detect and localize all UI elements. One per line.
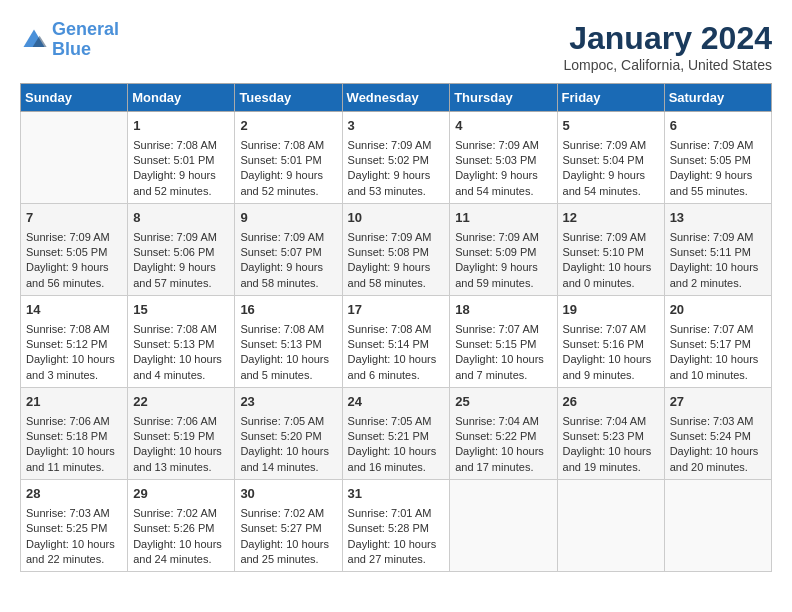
day-of-week-friday: Friday bbox=[557, 84, 664, 112]
day-of-week-saturday: Saturday bbox=[664, 84, 771, 112]
day-info: Daylight: 10 hours and 10 minutes. bbox=[670, 352, 766, 383]
day-info: Sunset: 5:04 PM bbox=[563, 153, 659, 168]
day-info: Sunset: 5:15 PM bbox=[455, 337, 551, 352]
day-number: 22 bbox=[133, 392, 229, 412]
day-info: Daylight: 10 hours and 17 minutes. bbox=[455, 444, 551, 475]
days-of-week-row: SundayMondayTuesdayWednesdayThursdayFrid… bbox=[21, 84, 772, 112]
day-info: Daylight: 10 hours and 13 minutes. bbox=[133, 444, 229, 475]
day-info: Sunrise: 7:05 AM bbox=[348, 414, 445, 429]
calendar-cell: 24Sunrise: 7:05 AMSunset: 5:21 PMDayligh… bbox=[342, 388, 450, 480]
calendar-cell: 2Sunrise: 7:08 AMSunset: 5:01 PMDaylight… bbox=[235, 112, 342, 204]
day-number: 15 bbox=[133, 300, 229, 320]
day-info: Sunset: 5:06 PM bbox=[133, 245, 229, 260]
calendar-table: SundayMondayTuesdayWednesdayThursdayFrid… bbox=[20, 83, 772, 572]
day-number: 5 bbox=[563, 116, 659, 136]
day-info: Daylight: 10 hours and 20 minutes. bbox=[670, 444, 766, 475]
calendar-cell: 15Sunrise: 7:08 AMSunset: 5:13 PMDayligh… bbox=[128, 296, 235, 388]
day-number: 31 bbox=[348, 484, 445, 504]
day-of-week-monday: Monday bbox=[128, 84, 235, 112]
day-info: Daylight: 10 hours and 6 minutes. bbox=[348, 352, 445, 383]
calendar-cell: 8Sunrise: 7:09 AMSunset: 5:06 PMDaylight… bbox=[128, 204, 235, 296]
calendar-cell: 10Sunrise: 7:09 AMSunset: 5:08 PMDayligh… bbox=[342, 204, 450, 296]
day-info: Sunset: 5:26 PM bbox=[133, 521, 229, 536]
day-info: Sunset: 5:19 PM bbox=[133, 429, 229, 444]
day-info: Daylight: 9 hours and 52 minutes. bbox=[133, 168, 229, 199]
calendar-title: January 2024 bbox=[563, 20, 772, 57]
day-info: Daylight: 10 hours and 7 minutes. bbox=[455, 352, 551, 383]
day-number: 29 bbox=[133, 484, 229, 504]
day-number: 17 bbox=[348, 300, 445, 320]
day-info: Daylight: 10 hours and 22 minutes. bbox=[26, 537, 122, 568]
day-number: 13 bbox=[670, 208, 766, 228]
day-info: Sunrise: 7:07 AM bbox=[455, 322, 551, 337]
day-info: Sunset: 5:12 PM bbox=[26, 337, 122, 352]
day-number: 8 bbox=[133, 208, 229, 228]
day-info: Daylight: 10 hours and 3 minutes. bbox=[26, 352, 122, 383]
calendar-cell: 9Sunrise: 7:09 AMSunset: 5:07 PMDaylight… bbox=[235, 204, 342, 296]
day-info: Sunrise: 7:09 AM bbox=[348, 138, 445, 153]
calendar-cell: 27Sunrise: 7:03 AMSunset: 5:24 PMDayligh… bbox=[664, 388, 771, 480]
day-number: 25 bbox=[455, 392, 551, 412]
day-info: Sunrise: 7:08 AM bbox=[240, 322, 336, 337]
calendar-body: 1Sunrise: 7:08 AMSunset: 5:01 PMDaylight… bbox=[21, 112, 772, 572]
calendar-cell: 5Sunrise: 7:09 AMSunset: 5:04 PMDaylight… bbox=[557, 112, 664, 204]
day-info: Daylight: 10 hours and 14 minutes. bbox=[240, 444, 336, 475]
calendar-cell: 21Sunrise: 7:06 AMSunset: 5:18 PMDayligh… bbox=[21, 388, 128, 480]
day-info: Sunset: 5:01 PM bbox=[240, 153, 336, 168]
calendar-cell: 12Sunrise: 7:09 AMSunset: 5:10 PMDayligh… bbox=[557, 204, 664, 296]
logo-general: General bbox=[52, 19, 119, 39]
day-info: Sunrise: 7:01 AM bbox=[348, 506, 445, 521]
day-info: Sunset: 5:16 PM bbox=[563, 337, 659, 352]
day-info: Sunrise: 7:02 AM bbox=[240, 506, 336, 521]
day-number: 7 bbox=[26, 208, 122, 228]
day-info: Sunset: 5:18 PM bbox=[26, 429, 122, 444]
title-block: January 2024 Lompoc, California, United … bbox=[563, 20, 772, 73]
calendar-week-5: 28Sunrise: 7:03 AMSunset: 5:25 PMDayligh… bbox=[21, 480, 772, 572]
day-of-week-sunday: Sunday bbox=[21, 84, 128, 112]
day-info: Sunset: 5:13 PM bbox=[133, 337, 229, 352]
calendar-cell: 26Sunrise: 7:04 AMSunset: 5:23 PMDayligh… bbox=[557, 388, 664, 480]
calendar-week-4: 21Sunrise: 7:06 AMSunset: 5:18 PMDayligh… bbox=[21, 388, 772, 480]
day-number: 24 bbox=[348, 392, 445, 412]
day-info: Sunset: 5:20 PM bbox=[240, 429, 336, 444]
day-info: Sunrise: 7:09 AM bbox=[670, 138, 766, 153]
calendar-week-2: 7Sunrise: 7:09 AMSunset: 5:05 PMDaylight… bbox=[21, 204, 772, 296]
calendar-cell: 29Sunrise: 7:02 AMSunset: 5:26 PMDayligh… bbox=[128, 480, 235, 572]
day-info: Sunrise: 7:06 AM bbox=[133, 414, 229, 429]
day-info: Sunrise: 7:09 AM bbox=[670, 230, 766, 245]
calendar-cell: 6Sunrise: 7:09 AMSunset: 5:05 PMDaylight… bbox=[664, 112, 771, 204]
day-of-week-wednesday: Wednesday bbox=[342, 84, 450, 112]
day-info: Daylight: 10 hours and 5 minutes. bbox=[240, 352, 336, 383]
day-number: 1 bbox=[133, 116, 229, 136]
day-info: Sunset: 5:23 PM bbox=[563, 429, 659, 444]
day-info: Sunrise: 7:09 AM bbox=[240, 230, 336, 245]
day-number: 2 bbox=[240, 116, 336, 136]
day-info: Sunrise: 7:03 AM bbox=[670, 414, 766, 429]
day-number: 9 bbox=[240, 208, 336, 228]
day-number: 23 bbox=[240, 392, 336, 412]
calendar-cell: 3Sunrise: 7:09 AMSunset: 5:02 PMDaylight… bbox=[342, 112, 450, 204]
day-number: 18 bbox=[455, 300, 551, 320]
day-info: Sunset: 5:07 PM bbox=[240, 245, 336, 260]
day-number: 14 bbox=[26, 300, 122, 320]
day-number: 21 bbox=[26, 392, 122, 412]
calendar-cell: 4Sunrise: 7:09 AMSunset: 5:03 PMDaylight… bbox=[450, 112, 557, 204]
day-info: Sunrise: 7:04 AM bbox=[455, 414, 551, 429]
day-number: 27 bbox=[670, 392, 766, 412]
day-info: Sunrise: 7:09 AM bbox=[26, 230, 122, 245]
day-info: Daylight: 10 hours and 27 minutes. bbox=[348, 537, 445, 568]
calendar-cell: 22Sunrise: 7:06 AMSunset: 5:19 PMDayligh… bbox=[128, 388, 235, 480]
day-info: Sunrise: 7:08 AM bbox=[133, 138, 229, 153]
calendar-cell: 1Sunrise: 7:08 AMSunset: 5:01 PMDaylight… bbox=[128, 112, 235, 204]
day-info: Sunset: 5:21 PM bbox=[348, 429, 445, 444]
calendar-cell bbox=[664, 480, 771, 572]
logo-icon bbox=[20, 26, 48, 54]
logo-text: General Blue bbox=[52, 20, 119, 60]
day-info: Daylight: 10 hours and 24 minutes. bbox=[133, 537, 229, 568]
day-info: Daylight: 10 hours and 25 minutes. bbox=[240, 537, 336, 568]
day-info: Sunset: 5:17 PM bbox=[670, 337, 766, 352]
day-info: Sunrise: 7:03 AM bbox=[26, 506, 122, 521]
calendar-cell: 31Sunrise: 7:01 AMSunset: 5:28 PMDayligh… bbox=[342, 480, 450, 572]
calendar-cell: 11Sunrise: 7:09 AMSunset: 5:09 PMDayligh… bbox=[450, 204, 557, 296]
day-info: Daylight: 10 hours and 4 minutes. bbox=[133, 352, 229, 383]
